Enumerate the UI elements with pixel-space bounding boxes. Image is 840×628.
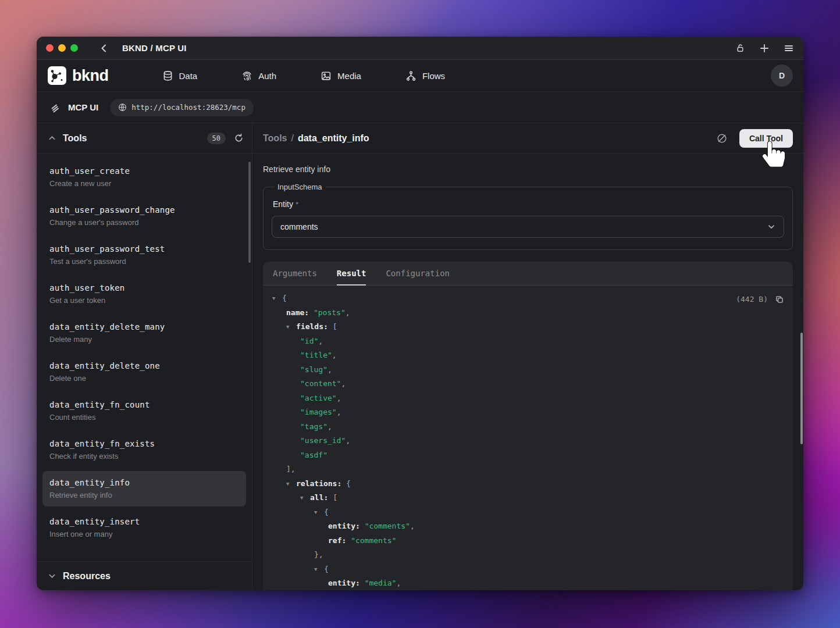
tool-list-item-data_entity_fn_exists[interactable]: data_entity_fn_existsCheck if entity exi…	[42, 432, 246, 468]
json-line: ▼{	[272, 505, 784, 520]
tool-name: auth_user_create	[49, 166, 239, 176]
tool-list-item-auth_user_create[interactable]: auth_user_createCreate a new user	[42, 159, 246, 195]
brand-name: bknd	[72, 67, 109, 85]
tool-list-item-data_entity_insert[interactable]: data_entity_insertInsert one or many	[42, 510, 246, 545]
tool-name: data_entity_fn_exists	[49, 439, 239, 448]
tool-list-item-data_entity_info[interactable]: data_entity_infoRetrieve entity info	[42, 471, 246, 506]
select-chevron	[767, 223, 775, 231]
json-punctuation: {	[282, 294, 287, 302]
tool-name: auth_user_token	[49, 283, 239, 292]
json-punctuation: {	[324, 508, 329, 516]
tool-name: data_entity_info	[49, 478, 239, 487]
tool-description: Retrieve entity info	[263, 165, 793, 174]
json-string: "tags"	[300, 422, 328, 431]
json-string: "active"	[300, 394, 337, 402]
json-line: "active",	[272, 391, 784, 406]
call-tool-button[interactable]: Call Tool	[739, 129, 793, 148]
collapse-arrow-icon[interactable]: ▼	[314, 562, 321, 577]
json-string: "images"	[300, 408, 337, 416]
chevron-down-icon	[48, 572, 56, 580]
required-asterisk: *	[296, 200, 298, 209]
minimize-window-button[interactable]	[58, 44, 66, 52]
auto-refresh-off-button[interactable]	[716, 133, 728, 144]
tool-list-item-auth_user_password_change[interactable]: auth_user_password_changeChange a user's…	[42, 198, 246, 234]
server-url-pill[interactable]: http://localhost:28623/mcp	[110, 99, 254, 116]
lock-open-icon	[735, 43, 745, 53]
refresh-off-icon	[716, 133, 728, 144]
copy-result-button[interactable]	[775, 295, 784, 304]
chevron-up-icon	[48, 134, 56, 142]
app-window: BKND / MCP UI bknd	[37, 37, 803, 590]
close-window-button[interactable]	[46, 44, 54, 52]
json-line: ],	[272, 462, 784, 477]
json-line: ▼{	[272, 562, 784, 577]
collapse-arrow-icon[interactable]: ▼	[286, 320, 293, 334]
refresh-icon	[234, 133, 244, 143]
nav-item-flows[interactable]: Flows	[405, 70, 445, 81]
tab-configuration[interactable]: Configuration	[386, 262, 450, 286]
tool-description: Retrieve entity info	[49, 491, 239, 499]
breadcrumb-section[interactable]: Tools	[263, 133, 287, 144]
lock-button[interactable]	[735, 43, 745, 53]
maximize-window-button[interactable]	[70, 44, 78, 52]
new-tab-button[interactable]	[759, 43, 770, 53]
json-string: "users_id"	[300, 436, 346, 445]
tool-description: Count entities	[49, 413, 239, 422]
user-avatar[interactable]: D	[771, 65, 793, 87]
nav-item-data[interactable]: Data	[162, 70, 198, 81]
json-punctuation: [	[333, 493, 337, 502]
nav-item-label: Media	[337, 71, 361, 81]
collapse-arrow-icon[interactable]: ▼	[314, 505, 321, 520]
json-line: ref: "comments"	[272, 534, 784, 548]
menu-button[interactable]	[784, 43, 794, 53]
sidebar-scrollbar-thumb[interactable]	[248, 162, 251, 263]
nav-item-auth[interactable]: Auth	[241, 70, 276, 81]
tools-section-header[interactable]: Tools 50	[37, 123, 252, 154]
json-punctuation: ,	[346, 436, 350, 445]
tool-list-item-data_entity_delete_many[interactable]: data_entity_delete_manyDelete many	[42, 315, 246, 351]
tool-name: data_entity_delete_one	[49, 361, 239, 370]
json-key: entity:	[328, 579, 365, 587]
json-string: "posts"	[314, 308, 346, 317]
json-string: "media"	[365, 579, 397, 587]
plus-icon	[759, 43, 770, 53]
json-line: "slug",	[272, 363, 784, 377]
json-line: ▼relations: {	[272, 477, 784, 491]
window-controls	[46, 44, 78, 52]
json-line: ▼all: [	[272, 491, 784, 505]
resources-section-header[interactable]: Resources	[37, 561, 252, 590]
json-punctuation: ,	[341, 379, 346, 388]
tool-list-item-data_entity_fn_count[interactable]: data_entity_fn_countCount entities	[42, 393, 246, 429]
tool-list-item-auth_user_token[interactable]: auth_user_tokenGet a user token	[42, 276, 246, 312]
tool-list-item-auth_user_password_test[interactable]: auth_user_password_testTest a user's pas…	[42, 237, 246, 273]
back-button[interactable]	[99, 43, 109, 53]
json-line: entity: "comments",	[272, 519, 784, 534]
json-string: "comments"	[351, 536, 396, 545]
json-punctuation: ,	[410, 522, 415, 530]
collapse-arrow-icon[interactable]: ▼	[272, 291, 279, 306]
entity-select[interactable]: comments	[272, 216, 784, 238]
bknd-logo-icon	[47, 66, 67, 85]
nav-item-media[interactable]: Media	[321, 70, 361, 81]
globe-icon	[118, 103, 127, 112]
tab-arguments[interactable]: Arguments	[273, 262, 317, 286]
json-punctuation: ,	[328, 365, 332, 374]
tool-list-item-data_entity_delete_one[interactable]: data_entity_delete_oneDelete one	[42, 354, 246, 390]
refresh-tools-button[interactable]	[234, 133, 244, 143]
json-key: all:	[310, 493, 333, 502]
entity-label-text: Entity	[273, 199, 293, 209]
collapse-arrow-icon[interactable]: ▼	[286, 477, 293, 491]
input-schema-legend: InputSchema	[274, 183, 326, 191]
json-string: "title"	[300, 351, 332, 359]
tool-name: auth_user_password_change	[49, 205, 239, 215]
collapse-arrow-icon[interactable]: ▼	[300, 491, 307, 505]
tool-name: data_entity_delete_many	[49, 322, 239, 331]
tab-result[interactable]: Result	[337, 262, 366, 286]
result-tabs: ArgumentsResultConfiguration	[263, 262, 793, 286]
brand-logo[interactable]: bknd	[47, 66, 109, 85]
tools-section-title: Tools	[63, 133, 87, 144]
json-string: "content"	[300, 379, 341, 388]
main-scrollbar-thumb[interactable]	[800, 333, 803, 444]
chevron-left-icon	[99, 43, 109, 53]
nav-item-label: Data	[179, 71, 198, 81]
